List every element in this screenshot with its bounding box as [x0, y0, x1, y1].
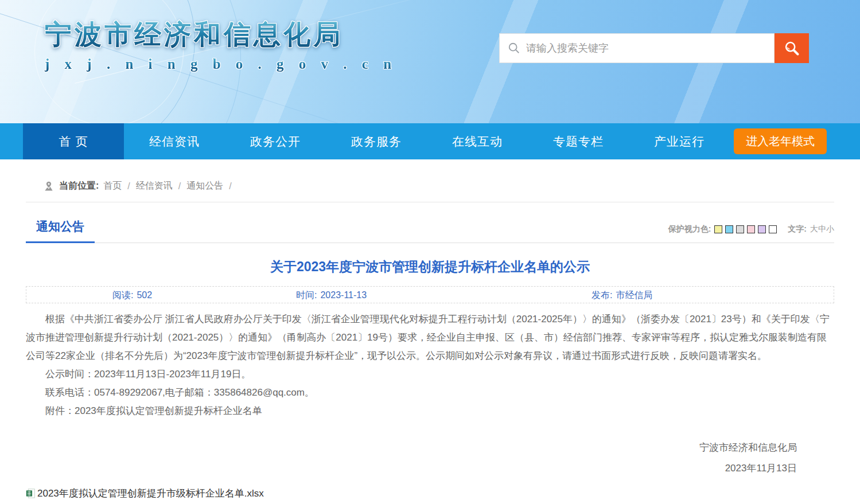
- eye-protect-label: 保护视力色:: [668, 224, 711, 235]
- search-input[interactable]: [526, 42, 766, 54]
- breadcrumb: 当前位置: 首页 / 经信资讯 / 通知公告 /: [26, 159, 834, 202]
- nav-item-interaction[interactable]: 在线互动: [427, 123, 528, 159]
- nav-item-industry[interactable]: 产业运行: [629, 123, 730, 159]
- eye-protect-swatch-gray[interactable]: [736, 225, 744, 233]
- meta-time: 时间:2023-11-13: [296, 290, 367, 302]
- eye-protect-swatch-blue[interactable]: [725, 225, 733, 233]
- meta-reads: 阅读:502: [112, 290, 152, 302]
- excel-file-icon: [26, 489, 36, 498]
- breadcrumb-separator: /: [127, 181, 130, 192]
- section-title: 通知公告: [26, 213, 95, 243]
- attachment-filename: 2023年度拟认定管理创新提升市级标杆企业名单.xlsx: [37, 487, 264, 500]
- breadcrumb-link-home[interactable]: 首页: [103, 180, 122, 192]
- nav-item-home[interactable]: 首 页: [23, 123, 124, 159]
- site-logo-url: j x j . n i n g b o . g o v . c n: [45, 56, 397, 72]
- meta-publisher: 发布:市经信局: [592, 290, 652, 302]
- nav-item-special[interactable]: 专题专栏: [528, 123, 629, 159]
- article-body: 根据《中共浙江省委办公厅 浙江省人民政府办公厅关于印发〈浙江省企业管理现代化对标…: [26, 310, 834, 420]
- search-button[interactable]: [775, 33, 809, 63]
- breadcrumb-separator: /: [229, 181, 231, 192]
- eye-protect-swatch-yellow[interactable]: [714, 225, 722, 233]
- article-paragraph: 根据《中共浙江省委办公厅 浙江省人民政府办公厅关于印发〈浙江省企业管理现代化对标…: [26, 310, 834, 365]
- breadcrumb-link-notice[interactable]: 通知公告: [186, 180, 223, 192]
- site-search: [499, 33, 809, 63]
- article-meta: 阅读:502 时间:2023-11-13 发布:市经信局: [26, 286, 834, 303]
- font-size-large[interactable]: 大: [810, 224, 818, 235]
- main-nav: 首 页 经信资讯 政务公开 政务服务 在线互动 专题专栏 产业运行 进入老年模式: [0, 123, 860, 159]
- article-signature: 宁波市经济和信息化局 2023年11月13日: [26, 437, 834, 479]
- nav-item-news[interactable]: 经信资讯: [124, 123, 225, 159]
- site-logo-title: 宁波市经济和信息化局: [45, 18, 397, 50]
- site-header: 宁波市经济和信息化局 j x j . n i n g b o . g o v .…: [0, 0, 860, 123]
- font-size-label: 文字:: [788, 224, 807, 235]
- eye-protect-swatch-purple[interactable]: [758, 225, 766, 233]
- view-tools: 保护视力色: 文字: 大 中 小: [668, 224, 834, 243]
- attachment-link[interactable]: 2023年度拟认定管理创新提升市级标杆企业名单.xlsx: [26, 487, 834, 500]
- breadcrumb-label: 当前位置:: [59, 180, 99, 192]
- eye-protect-swatch-pink[interactable]: [747, 225, 755, 233]
- article-title: 关于2023年度宁波市管理创新提升标杆企业名单的公示: [26, 258, 834, 276]
- article-paragraph: 公示时间：2023年11月13日-2023年11月19日。: [26, 365, 834, 384]
- font-size-small[interactable]: 小: [826, 224, 834, 235]
- search-box: [499, 33, 775, 63]
- site-logo[interactable]: 宁波市经济和信息化局 j x j . n i n g b o . g o v .…: [45, 18, 397, 72]
- breadcrumb-link-news[interactable]: 经信资讯: [136, 180, 173, 192]
- elderly-mode-button[interactable]: 进入老年模式: [734, 128, 827, 154]
- font-size-medium[interactable]: 中: [818, 224, 826, 235]
- page-content: 当前位置: 首页 / 经信资讯 / 通知公告 / 通知公告 保护视力色: 文字:…: [26, 159, 834, 500]
- signature-date: 2023年11月13日: [26, 458, 797, 479]
- location-pin-icon: [43, 181, 55, 192]
- eye-protect-swatch-white[interactable]: [769, 225, 777, 233]
- search-icon: [508, 42, 520, 54]
- breadcrumb-separator: /: [178, 181, 181, 192]
- signature-org: 宁波市经济和信息化局: [26, 437, 797, 458]
- section-bar: 通知公告 保护视力色: 文字: 大 中 小: [26, 213, 834, 243]
- nav-item-gov-service[interactable]: 政务服务: [326, 123, 427, 159]
- nav-item-gov-open[interactable]: 政务公开: [225, 123, 326, 159]
- article-paragraph: 联系电话：0574-89292067,电子邮箱：335864826@qq.com…: [26, 384, 834, 402]
- search-button-icon: [784, 40, 800, 56]
- article-paragraph: 附件：2023年度拟认定管理创新提升标杆企业名单: [26, 402, 834, 420]
